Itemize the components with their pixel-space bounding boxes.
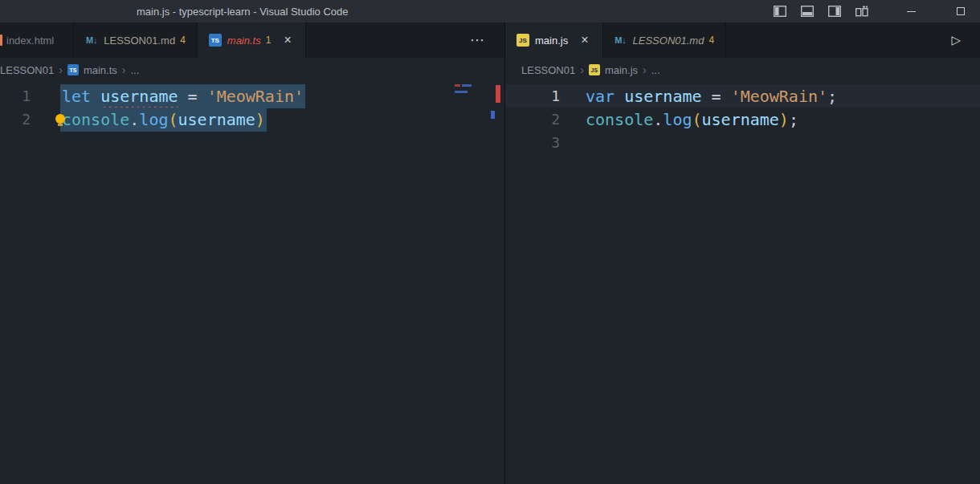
tab-lesson01-md-left[interactable]: M↓ LESSON01.md 4 [74, 22, 198, 58]
minimize-icon [907, 11, 916, 12]
close-tab-icon[interactable]: × [281, 33, 293, 47]
code-token: = [178, 87, 207, 106]
tab-spacer [726, 22, 945, 58]
vscode-window: main.js - typescript-learn - Visual Stud… [0, 0, 980, 484]
code-line: 1 let username = 'MeowRain' [0, 84, 504, 108]
breadcrumb-right: LESSON01 › JS main.js › ... [505, 58, 980, 82]
titlebar-actions [773, 0, 972, 22]
tab-scroll-indicator [0, 35, 2, 46]
editor-group-right: JS main.js × M↓ LESSON01.md 4 ▷ LESSON01… [504, 22, 980, 484]
code-token: log [663, 110, 692, 129]
code-token: ( [692, 110, 701, 129]
code-token: = [702, 87, 731, 106]
breadcrumb-ellipsis[interactable]: ... [130, 64, 139, 76]
breadcrumb-file[interactable]: main.js [605, 64, 638, 76]
overview-ruler-error-mark [496, 85, 500, 103]
titlebar: main.js - typescript-learn - Visual Stud… [0, 0, 980, 22]
line-number[interactable]: 2 [0, 111, 31, 128]
markdown-icon: M↓ [615, 34, 627, 47]
line-number[interactable]: 3 [505, 134, 560, 151]
code-line-content: let username = 'MeowRain' [60, 87, 305, 106]
editor-area: index.html M↓ LESSON01.md 4 TS main.ts 1… [0, 22, 980, 484]
code-token: ) [779, 110, 789, 129]
minimize-button[interactable] [900, 0, 922, 22]
chevron-right-icon: › [580, 63, 584, 76]
tab-main-js[interactable]: JS main.js × [505, 22, 603, 58]
close-tab-icon[interactable]: × [578, 33, 590, 47]
javascript-icon: JS [589, 64, 600, 75]
markdown-icon: M↓ [85, 34, 98, 47]
breadcrumb-folder[interactable]: LESSON01 [521, 64, 575, 76]
breadcrumb-folder[interactable]: LESSON01 [0, 64, 54, 76]
tab-label: index.html [6, 35, 54, 47]
code-line-current: 1 var username = 'MeowRain'; [505, 84, 980, 108]
maximize-button[interactable] [949, 0, 972, 22]
code-token: 'MeowRain' [731, 87, 827, 106]
minimap-mark [455, 91, 468, 93]
customize-layout-icon[interactable] [855, 5, 869, 18]
more-actions-icon[interactable]: ⋯ [463, 30, 492, 51]
chevron-right-icon: › [122, 63, 126, 76]
toggle-secondary-sidebar-icon[interactable] [827, 5, 842, 18]
code-token: var [586, 87, 624, 106]
tab-lesson01-md-right[interactable]: M↓ LESSON01.md 4 [603, 22, 727, 58]
code-line-content: console.log(username) [60, 110, 267, 129]
breadcrumb-ellipsis[interactable]: ... [651, 64, 660, 76]
lightbulb-quickfix-icon[interactable] [55, 114, 65, 124]
line-number[interactable]: 2 [505, 111, 560, 128]
code-token: console [62, 110, 129, 129]
code-token: ( [168, 110, 178, 129]
maximize-icon [957, 7, 965, 15]
tab-label: main.ts [227, 35, 261, 47]
javascript-icon: JS [517, 34, 529, 47]
tab-spacer [306, 22, 463, 58]
code-token: ; [827, 87, 837, 106]
typescript-icon: TS [209, 34, 222, 47]
tab-index-html[interactable]: index.html [0, 22, 74, 58]
code-token: . [129, 110, 139, 129]
code-token: let [62, 87, 100, 106]
minimap-mark [455, 84, 460, 87]
tab-label: LESSON01.md [104, 35, 175, 47]
problems-badge: 1 [266, 35, 272, 46]
code-editor-javascript[interactable]: 1 var username = 'MeowRain'; 2 console.l… [505, 82, 980, 484]
breadcrumb-file[interactable]: main.ts [84, 64, 117, 76]
toggle-primary-sidebar-icon[interactable] [773, 5, 787, 18]
tab-main-ts[interactable]: TS main.ts 1 × [198, 22, 306, 58]
code-line: 2 console.log(username); [505, 108, 980, 131]
toggle-panel-icon[interactable] [800, 5, 815, 18]
code-token: . [653, 110, 663, 129]
line-number[interactable]: 1 [0, 87, 31, 104]
code-token-error: username [100, 87, 178, 106]
minimap[interactable] [455, 84, 488, 132]
tab-label: main.js [535, 35, 568, 47]
code-line: 3 [505, 131, 980, 154]
tab-bar-left: index.html M↓ LESSON01.md 4 TS main.ts 1… [0, 22, 504, 58]
window-title: main.js - typescript-learn - Visual Stud… [137, 6, 349, 18]
code-editor-typescript[interactable]: 1 let username = 'MeowRain' 2 console.lo… [0, 82, 504, 484]
line-number[interactable]: 1 [505, 87, 560, 104]
code-token: username [702, 110, 779, 129]
code-token: ) [255, 110, 265, 129]
code-token: username [624, 87, 701, 106]
run-code-icon[interactable]: ▷ [945, 31, 967, 49]
tab-bar-right: JS main.js × M↓ LESSON01.md 4 ▷ [505, 22, 980, 58]
selection-highlight: let username = 'MeowRain' [60, 84, 305, 108]
code-line-content: console.log(username); [586, 110, 798, 129]
code-token: username [178, 110, 255, 129]
minimap-mark [462, 84, 472, 87]
typescript-icon: TS [67, 64, 79, 75]
editor-group-left: index.html M↓ LESSON01.md 4 TS main.ts 1… [0, 22, 504, 484]
code-token: 'MeowRain' [207, 87, 304, 106]
selection-highlight: console.log(username) [60, 108, 267, 132]
problems-badge: 4 [708, 35, 714, 46]
code-token: log [139, 110, 168, 129]
tab-label: LESSON01.md [633, 35, 704, 47]
overview-ruler-modified-mark [491, 111, 495, 119]
chevron-right-icon: › [59, 63, 63, 76]
code-line-content: var username = 'MeowRain'; [586, 87, 837, 106]
code-token: ; [789, 110, 798, 129]
problems-badge: 4 [180, 35, 186, 46]
chevron-right-icon: › [643, 63, 647, 76]
code-token: console [586, 110, 653, 129]
